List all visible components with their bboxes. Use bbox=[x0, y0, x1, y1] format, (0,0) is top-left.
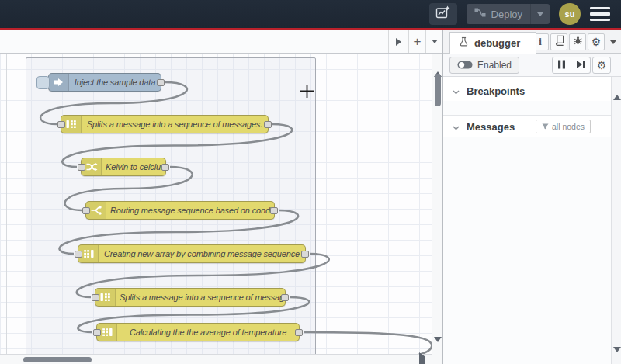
scroll-up-button[interactable] bbox=[613, 81, 621, 95]
node-label: Calculating the the average of temperatu… bbox=[117, 328, 299, 337]
horizontal-scroll-thumb[interactable] bbox=[23, 357, 92, 362]
node-port-output[interactable] bbox=[157, 79, 165, 86]
message-filter-button[interactable]: all nodes bbox=[536, 120, 591, 133]
breakpoints-section-header[interactable]: Breakpoints bbox=[443, 81, 611, 101]
sidebar-tab-list-button[interactable] bbox=[606, 33, 620, 50]
sidebar-scrollbar[interactable] bbox=[611, 77, 621, 364]
deploy-main[interactable]: Deploy bbox=[467, 7, 530, 21]
scroll-right-button[interactable] bbox=[419, 356, 425, 364]
node-label: Inject the sample data bbox=[69, 78, 161, 87]
deploy-options-button[interactable] bbox=[530, 4, 550, 24]
user-avatar[interactable]: su bbox=[559, 3, 581, 25]
flow-node-split[interactable]: Splits a message into a sequence of mess… bbox=[61, 115, 269, 133]
chevron-down-icon bbox=[537, 12, 543, 16]
hamburger-icon bbox=[590, 7, 610, 10]
gear-icon: ⚙ bbox=[592, 36, 602, 47]
deploy-icon bbox=[474, 7, 486, 21]
node-port-input[interactable] bbox=[93, 329, 101, 336]
scrollbar-corner bbox=[432, 354, 442, 364]
toggle-on-icon bbox=[457, 58, 473, 72]
header-bar: Deploy su bbox=[0, 0, 621, 28]
triangle-down-icon bbox=[613, 347, 621, 364]
breakpoints-list bbox=[443, 101, 611, 116]
step-forward-icon bbox=[576, 58, 585, 72]
add-flow-button[interactable]: + bbox=[408, 30, 425, 53]
breakpoints-label: Breakpoints bbox=[467, 85, 525, 97]
flow-list-button[interactable] bbox=[425, 30, 442, 53]
funnel-icon bbox=[542, 120, 549, 133]
main-menu-button[interactable] bbox=[590, 4, 610, 25]
node-label: Routing message sequence based on condit… bbox=[106, 206, 274, 215]
messages-label: Messages bbox=[467, 121, 515, 133]
chevron-down-icon bbox=[453, 120, 460, 133]
debugger-enabled-toggle[interactable]: Enabled bbox=[449, 57, 519, 74]
messages-section-header[interactable]: Messages all nodes bbox=[443, 116, 611, 137]
deploy-label: Deploy bbox=[491, 9, 522, 20]
node-port-output[interactable] bbox=[270, 207, 278, 214]
node-port-output[interactable] bbox=[281, 294, 289, 301]
deploy-button[interactable]: Deploy bbox=[467, 4, 550, 24]
debugger-tab-label: debugger bbox=[474, 37, 520, 49]
node-label: Creating new array by combining message … bbox=[99, 249, 305, 258]
tab-config-button[interactable]: ⚙ bbox=[588, 33, 605, 50]
canvas-horizontal-scrollbar[interactable] bbox=[0, 354, 432, 364]
tab-help-button[interactable] bbox=[550, 33, 567, 50]
workspace-tab-controls: + bbox=[388, 30, 442, 53]
workspace-tab-bar: + bbox=[0, 30, 442, 54]
tab-debug-button[interactable] bbox=[569, 33, 586, 50]
node-red-editor: Deploy su + Inject the sample dataSplits… bbox=[0, 0, 621, 364]
tab-debugger[interactable]: debugger bbox=[449, 32, 536, 54]
messages-list bbox=[443, 137, 611, 364]
triangle-right-icon bbox=[419, 352, 425, 364]
debugger-toolbar: Enabled ⚙ bbox=[443, 54, 621, 77]
gear-icon: ⚙ bbox=[597, 60, 607, 71]
pause-button[interactable] bbox=[552, 57, 571, 74]
flow-node-join[interactable]: Calculating the the average of temperatu… bbox=[96, 323, 300, 341]
step-button[interactable] bbox=[571, 57, 591, 74]
node-port-input[interactable] bbox=[78, 164, 85, 171]
flow-node-join[interactable]: Creating new array by combining message … bbox=[78, 244, 306, 263]
flow-node-split[interactable]: Splits a message into a sequence of mess… bbox=[95, 288, 286, 307]
triangle-up-icon bbox=[613, 81, 621, 100]
book-icon bbox=[554, 35, 564, 49]
canvas-vertical-scrollbar[interactable] bbox=[432, 54, 442, 354]
flow-node-switch[interactable]: Routing message sequence based on condit… bbox=[85, 201, 275, 220]
node-port-input[interactable] bbox=[57, 121, 65, 128]
debugger-playback-controls bbox=[552, 57, 591, 74]
vertical-scroll-thumb[interactable] bbox=[435, 74, 441, 106]
flow-canvas[interactable]: Inject the sample dataSplits a message i… bbox=[0, 54, 432, 354]
node-port-input[interactable] bbox=[92, 294, 99, 301]
node-port-output[interactable] bbox=[295, 329, 303, 336]
flow-assistant-button[interactable] bbox=[429, 3, 457, 25]
filter-label: all nodes bbox=[552, 122, 585, 131]
scroll-up-button[interactable] bbox=[434, 58, 442, 72]
debugger-settings-button[interactable]: ⚙ bbox=[592, 57, 611, 74]
scroll-right-icon bbox=[396, 38, 401, 46]
scroll-tabs-right-button[interactable] bbox=[388, 30, 408, 53]
flow-sparkle-icon bbox=[435, 5, 450, 23]
node-label: Splits a message into a sequence of mess… bbox=[116, 293, 285, 302]
pause-icon bbox=[557, 58, 566, 72]
flask-icon bbox=[458, 36, 470, 50]
chevron-down-icon bbox=[453, 84, 460, 98]
node-label: Kelvin to celcius bbox=[102, 162, 165, 172]
sidebar-tab-bar: debugger i bbox=[443, 30, 621, 54]
palette-edge-divider bbox=[6, 54, 7, 354]
scroll-down-button[interactable] bbox=[613, 352, 621, 364]
node-port-output[interactable] bbox=[161, 164, 169, 171]
node-port-output[interactable] bbox=[264, 121, 272, 128]
inject-trigger-button[interactable] bbox=[36, 76, 50, 89]
arrow-icon bbox=[49, 74, 69, 91]
node-port-input[interactable] bbox=[75, 251, 82, 258]
enabled-label: Enabled bbox=[477, 60, 512, 71]
node-port-input[interactable] bbox=[82, 207, 90, 214]
chevron-down-icon bbox=[432, 40, 438, 43]
flow-node-inject[interactable]: Inject the sample data bbox=[48, 73, 161, 92]
node-label: Splits a message into a sequence of mess… bbox=[82, 120, 268, 129]
plus-icon: + bbox=[414, 35, 422, 48]
triangle-down-icon bbox=[434, 337, 442, 355]
node-port-output[interactable] bbox=[301, 251, 309, 258]
flow-node-change[interactable]: Kelvin to celcius bbox=[81, 158, 166, 176]
chevron-down-icon bbox=[610, 40, 616, 44]
info-icon: i bbox=[539, 36, 542, 48]
